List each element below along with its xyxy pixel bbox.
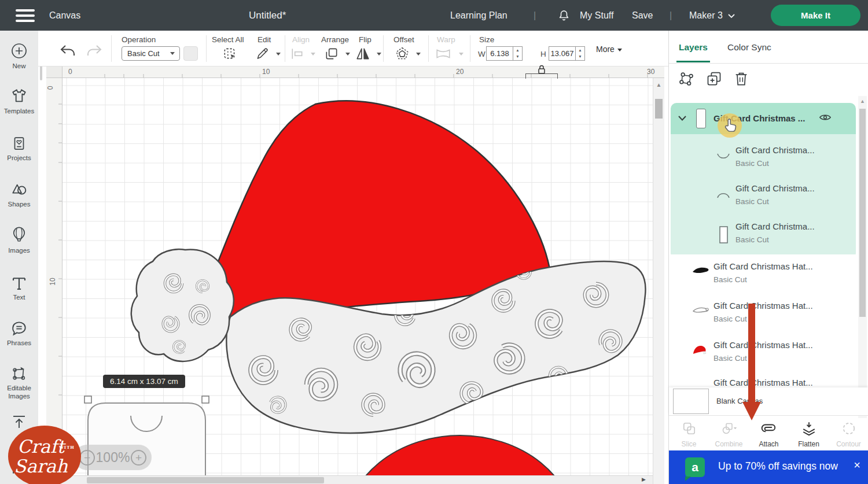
editable-images-icon [10, 365, 28, 382]
zoom-in-button[interactable]: + [131, 450, 146, 465]
offset-label[interactable]: Offset [393, 35, 414, 44]
ruler-corner [46, 66, 62, 78]
zoom-level: 100% [96, 450, 130, 465]
sidebar-item-templates[interactable]: Templates [0, 87, 38, 115]
horizontal-scroll-thumb[interactable] [87, 477, 324, 483]
stepper-down-icon[interactable]: ▼ [578, 54, 582, 58]
zoom-out-button[interactable]: − [79, 450, 95, 465]
aspect-lock-icon[interactable] [536, 64, 547, 75]
height-stepper[interactable]: ▲▼ [576, 46, 585, 61]
project-title[interactable]: Untitled* [249, 0, 286, 31]
width-input[interactable] [486, 46, 513, 61]
undo-icon[interactable] [59, 45, 76, 57]
red-dome-shape[interactable] [345, 435, 575, 475]
width-label: W [478, 50, 486, 58]
tab-color-sync[interactable]: Color Sync [727, 42, 771, 53]
sidebar-item-text[interactable]: Text [0, 275, 38, 301]
upload-icon [10, 413, 28, 431]
height-input[interactable] [549, 46, 576, 61]
color-swatch[interactable] [183, 46, 198, 61]
layer-subtitle: Basic Cut [735, 197, 769, 206]
logo-text: with [59, 444, 75, 450]
stepper-up-icon[interactable]: ▲ [578, 48, 582, 52]
my-stuff-link[interactable]: My Stuff [580, 0, 613, 31]
ruler-number: 0 [68, 68, 72, 76]
close-icon[interactable]: × [854, 459, 860, 472]
machine-selector[interactable]: Maker 3 [689, 0, 735, 31]
visibility-eye-icon[interactable] [819, 113, 832, 122]
sidebar-item-phrases[interactable]: Phrases [0, 320, 38, 347]
more-caret-icon [617, 49, 622, 51]
scroll-right-icon[interactable]: ▶ [642, 476, 646, 482]
learning-plan-link[interactable]: Learning Plan [450, 0, 507, 31]
group-icon[interactable] [678, 71, 694, 87]
more-button[interactable]: More [596, 45, 622, 54]
scroll-up-icon[interactable]: ▲ [653, 82, 664, 88]
layer-row[interactable]: Gift Card Christmas Hat... Basic Cut [671, 294, 856, 332]
santa-hat-artwork[interactable]: .swd{stroke:#8e8e8e;stroke-width:9;fill:… [62, 78, 653, 475]
operation-select[interactable]: Basic Cut [122, 46, 180, 61]
sidebar-item-projects[interactable]: Projects [0, 135, 38, 162]
flip-label[interactable]: Flip [359, 35, 372, 44]
arrange-label[interactable]: Arrange [321, 35, 349, 44]
sidebar-item-images[interactable]: Images [0, 226, 38, 254]
scroll-up-icon[interactable]: ▲ [858, 98, 867, 104]
attach-button[interactable]: Attach [749, 416, 789, 450]
arrange-icon[interactable] [324, 46, 339, 61]
width-stepper[interactable]: ▲▼ [513, 46, 523, 61]
chevron-down-icon[interactable] [678, 115, 687, 121]
layer-subtitle: Basic Cut [713, 275, 747, 284]
vertical-scroll-thumb[interactable] [655, 99, 663, 119]
stepper-down-icon[interactable]: ▼ [516, 54, 519, 58]
sidebar-item-editable-images[interactable]: Editable Images [0, 365, 38, 400]
selection-handle-top-left[interactable] [84, 396, 91, 403]
edit-pencil-icon[interactable] [255, 46, 270, 61]
layer-row-partial[interactable]: Gift Card Christmas Hat... [671, 372, 856, 387]
select-all-icon[interactable] [222, 46, 237, 61]
canvas-label[interactable]: Canvas [49, 0, 80, 31]
layer-row[interactable]: Gift Card Christma... Basic Cut [671, 139, 856, 177]
outline-swoosh-thumbnail [692, 304, 710, 316]
layer-title: Gift Card Christma... [735, 221, 815, 231]
left-sidebar: New Templates Projects Shapes Images Tex… [0, 31, 38, 484]
contour-icon [841, 421, 857, 436]
sidebar-scrollbar[interactable] [40, 64, 42, 80]
sidebar-item-new[interactable]: New [0, 42, 38, 70]
images-balloon-icon [10, 226, 28, 245]
save-link[interactable]: Save [632, 0, 653, 31]
layer-row[interactable]: Gift Card Christmas Hat... Basic Cut [671, 254, 856, 293]
layer-tools [669, 64, 868, 94]
canvas-horizontal-scrollbar[interactable]: ▶ [46, 475, 653, 484]
hamburger-menu-icon[interactable] [16, 9, 35, 22]
stepper-up-icon[interactable]: ▲ [516, 48, 519, 52]
layers-scroll-thumb[interactable] [859, 109, 866, 317]
redo-icon[interactable] [86, 45, 103, 57]
canvas-vertical-scrollbar[interactable]: ▲ [653, 78, 664, 484]
layer-title: Gift Card Christmas Hat... [713, 261, 813, 271]
blank-canvas-swatch[interactable] [673, 389, 709, 414]
promo-text[interactable]: Up to 70% off savings now [718, 460, 838, 472]
select-all-label[interactable]: Select All [212, 35, 244, 44]
layers-panel: Layers Color Sync Gift Card Christmas ..… [668, 31, 868, 484]
layers-scrollbar[interactable]: ▲ ▼ [858, 96, 867, 418]
offset-icon[interactable] [395, 46, 410, 61]
notifications-bell-icon[interactable] [557, 9, 571, 22]
selection-handle-top-right[interactable] [202, 396, 209, 403]
sidebar-item-shapes[interactable]: Shapes [0, 180, 38, 208]
pom-pom-shape[interactable] [131, 249, 234, 361]
delete-trash-icon[interactable] [734, 71, 749, 87]
flip-icon[interactable] [355, 46, 370, 61]
duplicate-icon[interactable] [706, 71, 722, 87]
tab-layers[interactable]: Layers [679, 42, 708, 53]
flatten-button[interactable]: Flatten [789, 416, 829, 450]
layer-row[interactable]: Gift Card Christma... Basic Cut [671, 177, 856, 215]
combine-button: Combine [709, 416, 749, 450]
layer-row[interactable]: Gift Card Christma... Basic Cut [671, 215, 856, 253]
layer-row[interactable]: Gift Card Christmas Hat... Basic Cut [671, 333, 856, 372]
make-it-button[interactable]: Make It [771, 5, 860, 26]
slice-icon [682, 421, 697, 436]
layer-group-header[interactable]: Gift Card Christmas ... [671, 103, 856, 134]
edit-label[interactable]: Edit [258, 35, 271, 44]
promo-logo-icon: a [685, 457, 705, 477]
layer-group-children: Gift Card Christma... Basic Cut Gift Car… [671, 134, 856, 259]
